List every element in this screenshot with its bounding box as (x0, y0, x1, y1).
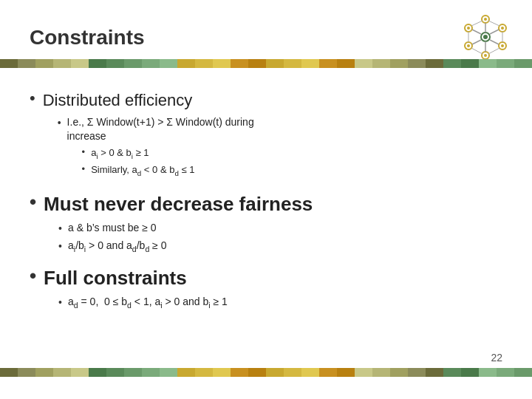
bullet-3-subs: • ad = 0, 0 ≤ bd < 1, ai > 0 and bi ≥ 1 (58, 295, 228, 310)
bullet-1: • Distributed efficiency • I.e., Σ Windo… (30, 90, 502, 183)
bullet-1-subs: • I.e., Σ Window(t+1) > Σ Window(t) duri… (58, 115, 254, 181)
bullet-3-sub-1-dot: • (58, 296, 62, 308)
svg-point-5 (501, 44, 504, 47)
bullet-3-dot: • (30, 265, 36, 287)
slide-content: • Distributed efficiency • I.e., Σ Windo… (30, 90, 502, 313)
svg-point-13 (483, 35, 488, 39)
svg-line-20 (488, 21, 499, 26)
bullet-1-dot: • (30, 89, 35, 108)
svg-line-19 (472, 30, 481, 34)
bullet-1-sub-1: • I.e., Σ Window(t+1) > Σ Window(t) duri… (58, 115, 254, 181)
svg-point-7 (484, 54, 487, 57)
bullet-2-sub-2: • ai/bi > 0 and ad/bd ≥ 0 (58, 239, 313, 254)
svg-line-22 (488, 48, 499, 54)
svg-point-9 (467, 44, 470, 47)
svg-point-1 (484, 18, 487, 21)
bullet-3-text: Full constraints (44, 267, 187, 289)
bullet-1-sub-1-sub-2: • Similarly, ad < 0 & bd ≤ 1 (82, 163, 254, 178)
bullet-2-dot: • (30, 191, 36, 214)
bullet-1-sub-1-sub-1: • ai > 0 & bi ≥ 1 (82, 146, 254, 161)
svg-line-23 (471, 48, 482, 54)
bullet-1-text: Distributed efficiency (43, 91, 193, 109)
bullet-1-sub-1-sub-1-dot: • (82, 146, 86, 157)
bottom-decorative-bar (0, 368, 532, 377)
svg-line-15 (490, 30, 499, 34)
bullet-1-sub-1-sub-2-dot: • (82, 163, 86, 174)
svg-point-3 (501, 27, 504, 30)
page-number: 22 (491, 352, 502, 364)
bullet-2: • Must never decrease fairness • a & b’s… (30, 192, 502, 257)
bullet-1-sub-1-dot: • (58, 117, 61, 129)
svg-line-16 (490, 40, 499, 44)
bullet-2-sub-2-text: ai/bi > 0 and ad/bd ≥ 0 (68, 239, 166, 254)
bullet-2-subs: • a & b’s must be ≥ 0 • ai/bi > 0 and ad… (58, 221, 313, 254)
bullet-1-sub-1-subs: • ai > 0 & bi ≥ 1 • Similarly, ad < 0 & … (82, 146, 254, 178)
bullet-3: • Full constraints • ad = 0, 0 ≤ bd < 1,… (30, 266, 502, 313)
bullet-3-sub-1-text: ad = 0, 0 ≤ bd < 1, ai > 0 and bi ≥ 1 (68, 295, 228, 310)
svg-line-18 (472, 40, 481, 44)
bullet-1-sub-1-sub-1-text: ai > 0 & bi ≥ 1 (91, 146, 149, 161)
bullet-2-text: Must never decrease fairness (44, 193, 313, 215)
bullet-1-sub-1-sub-2-text: Similarly, ad < 0 & bd ≤ 1 (91, 163, 194, 178)
bullet-2-sub-1-text: a & b’s must be ≥ 0 (68, 221, 157, 236)
logo (462, 13, 510, 61)
top-decorative-bar (0, 59, 532, 68)
svg-point-11 (467, 27, 470, 30)
bullet-2-sub-1-dot: • (58, 222, 62, 234)
bullet-2-sub-2-dot: • (58, 240, 62, 252)
bullet-2-sub-1: • a & b’s must be ≥ 0 (58, 221, 313, 236)
bullet-1-sub-1-text: I.e., Σ Window(t+1) > Σ Window(t) during… (67, 116, 254, 143)
slide-title: Constraints (30, 22, 502, 50)
bullet-3-sub-1: • ad = 0, 0 ≤ bd < 1, ai > 0 and bi ≥ 1 (58, 295, 228, 310)
slide: Constraints • (0, 0, 532, 399)
svg-line-25 (471, 21, 482, 26)
